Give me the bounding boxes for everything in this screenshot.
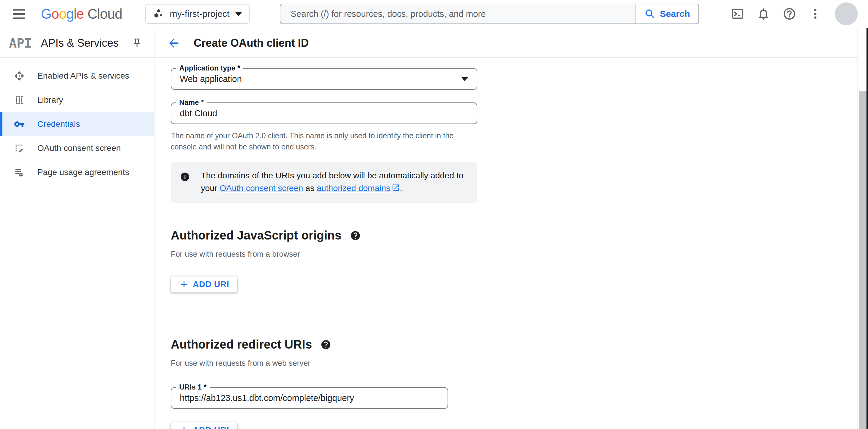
name-field: Name * [171, 102, 477, 124]
pin-button[interactable] [129, 35, 145, 51]
help-circle-icon[interactable] [320, 339, 331, 350]
add-uri-button-origins[interactable]: ADD URI [171, 276, 237, 293]
window-edge [867, 0, 868, 429]
sidebar: API APIs & Services Enabled APIs & servi… [0, 29, 155, 429]
library-icon [13, 94, 25, 106]
info-banner-text: The domains of the URIs you add below wi… [201, 169, 464, 195]
name-label: Name * [176, 98, 207, 106]
redirect-uris-section-title: Authorized redirect URIs [171, 338, 868, 351]
apis-services-logo: API [9, 36, 32, 51]
oauth-consent-screen-link[interactable]: OAuth consent screen [220, 183, 303, 193]
sidebar-item-page-usage[interactable]: Page usage agreements [0, 160, 154, 184]
logo-letter: o [59, 6, 66, 22]
uri-1-label: URIs 1 * [176, 383, 210, 391]
api-icon [13, 70, 25, 82]
uri-1-field: URIs 1 * [171, 387, 448, 409]
consent-screen-icon [13, 142, 25, 154]
logo-letter: l [74, 6, 76, 22]
back-button[interactable] [165, 35, 182, 52]
search-button-label: Search [660, 9, 690, 19]
help-button[interactable] [781, 5, 798, 23]
search-button[interactable]: Search [635, 4, 699, 24]
plus-icon [179, 425, 189, 429]
menu-icon [13, 9, 25, 10]
scrollbar-thumb[interactable] [859, 91, 867, 429]
help-icon [782, 7, 796, 21]
logo-letter: g [66, 6, 74, 22]
project-icon [153, 8, 164, 20]
sidebar-item-credentials[interactable]: Credentials [0, 112, 154, 136]
name-input[interactable] [180, 109, 468, 118]
topbar-actions [729, 2, 858, 25]
terminal-icon [731, 7, 745, 21]
name-helper-text: The name of your OAuth 2.0 client. This … [171, 130, 478, 152]
application-type-label: Application type * [176, 64, 243, 72]
info-line-2: your OAuth consent screen as authorized … [201, 182, 464, 195]
sidebar-nav: Enabled APIs & services Library Credenti… [0, 58, 154, 184]
key-icon [13, 118, 25, 130]
kebab-menu-icon [809, 7, 822, 20]
logo-cloud-text: Cloud [87, 6, 122, 22]
account-avatar[interactable] [835, 2, 858, 25]
dropdown-caret-icon [461, 77, 468, 81]
top-app-bar: G o o g l e Cloud my-first-project Searc… [0, 0, 868, 28]
help-circle-icon[interactable] [350, 230, 361, 241]
sidebar-item-label: Credentials [37, 119, 80, 129]
redirect-uris-subtitle: For use with requests from a web server [171, 359, 868, 368]
chevron-down-icon [235, 12, 242, 16]
page-header: Create OAuth client ID [155, 29, 868, 58]
more-options-button[interactable] [807, 5, 824, 23]
info-line-1: The domains of the URIs you add below wi… [201, 169, 464, 182]
cloud-shell-button[interactable] [729, 5, 746, 23]
sidebar-item-library[interactable]: Library [0, 88, 154, 112]
project-name: my-first-project [170, 9, 229, 19]
main-content: Create OAuth client ID Application type … [155, 29, 868, 429]
logo-letter: e [76, 6, 84, 22]
notifications-button[interactable] [755, 5, 772, 23]
sidebar-item-oauth-consent[interactable]: OAuth consent screen [0, 136, 154, 160]
list-gear-icon [13, 166, 25, 178]
uri-1-input[interactable] [180, 393, 439, 403]
google-cloud-logo[interactable]: G o o g l e Cloud [41, 6, 122, 22]
open-in-new-icon [392, 183, 400, 195]
application-type-value: Web application [180, 74, 242, 84]
search-bar: Search [280, 4, 699, 24]
add-uri-button-redirects[interactable]: ADD URI [171, 422, 237, 429]
info-icon [180, 169, 190, 183]
sidebar-item-label: Page usage agreements [37, 167, 129, 177]
authorized-domains-link[interactable]: authorized domains [316, 183, 390, 193]
main-menu-button[interactable] [9, 4, 29, 24]
project-selector[interactable]: my-first-project [145, 4, 250, 24]
sidebar-header: API APIs & Services [0, 29, 154, 58]
sidebar-item-label: Library [37, 95, 63, 105]
js-origins-subtitle: For use with requests from a browser [171, 249, 868, 259]
scrollbar-track[interactable] [858, 29, 867, 429]
pin-icon [132, 38, 143, 49]
logo-letter: G [41, 6, 52, 22]
sidebar-item-enabled-apis[interactable]: Enabled APIs & services [0, 64, 154, 88]
sidebar-item-label: Enabled APIs & services [37, 71, 129, 81]
arrow-back-icon [167, 36, 181, 50]
sidebar-title: APIs & Services [41, 37, 129, 50]
search-input[interactable] [280, 4, 635, 24]
js-origins-section-title: Authorized JavaScript origins [171, 229, 868, 242]
logo-letter: o [52, 6, 59, 22]
sidebar-item-label: OAuth consent screen [37, 144, 121, 153]
info-banner: The domains of the URIs you add below wi… [171, 162, 477, 203]
application-type-select[interactable]: Application type * Web application [171, 68, 477, 90]
plus-icon [179, 279, 189, 289]
page-title: Create OAuth client ID [194, 37, 309, 50]
search-icon [644, 8, 656, 20]
oauth-client-form: Application type * Web application Name … [155, 58, 868, 429]
bell-icon [756, 7, 770, 21]
